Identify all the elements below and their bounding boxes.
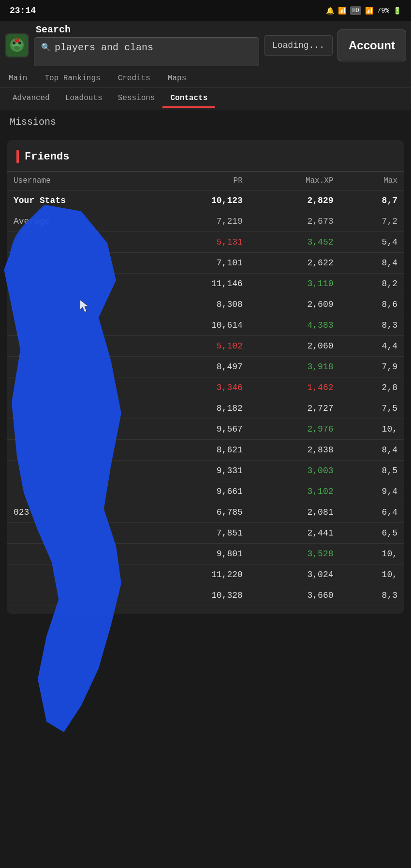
cell-maxXP: 3,110: [250, 274, 340, 294]
cell-maxOther: 2,8: [340, 377, 404, 398]
status-time: 23:14: [10, 6, 36, 15]
loading-indicator: Loading...: [264, 35, 333, 56]
col-pr: PR: [151, 172, 250, 190]
friends-bar-accent: [16, 150, 19, 163]
cell-pr: 5,131: [151, 232, 250, 253]
cell-maxXP: 3,918: [250, 357, 340, 377]
search-bar[interactable]: 🔍 players and clans: [34, 37, 259, 66]
cell-pr: 10,614: [151, 315, 250, 336]
wifi-icon: 📶: [338, 7, 346, 15]
col-maxOther: Max: [340, 172, 404, 190]
tab-sessions[interactable]: Sessions: [110, 90, 163, 108]
cell-maxOther: 10,: [340, 544, 404, 564]
tab-credits[interactable]: Credits: [109, 69, 159, 87]
cell-pr: 3,346: [151, 377, 250, 398]
cell-maxXP: 3,660: [250, 585, 340, 606]
cell-pr: 8,182: [151, 398, 250, 419]
status-bar: 23:14 🔔 📶 HD 📶 79% 🔋: [0, 0, 411, 21]
cell-maxXP: 3,528: [250, 544, 340, 564]
tab-top-rankings[interactable]: Top Rankings: [36, 69, 109, 87]
svg-point-5: [14, 46, 20, 50]
cell-maxXP: 4,383: [250, 315, 340, 336]
cell-pr: 8,621: [151, 440, 250, 461]
table-header-row: Username PR Max.XP Max: [7, 172, 404, 190]
tab-advanced[interactable]: Advanced: [5, 90, 58, 108]
cell-maxXP: 3,102: [250, 481, 340, 502]
cell-maxXP: 1,462: [250, 377, 340, 398]
tab-loadouts[interactable]: Loadouts: [58, 90, 110, 108]
col-username: Username: [7, 172, 151, 190]
cell-maxOther: 5,4: [340, 232, 404, 253]
cell-maxOther: 9,4: [340, 481, 404, 502]
cell-pr: 10,123: [151, 190, 250, 211]
cell-maxOther: 8,4: [340, 253, 404, 274]
nav-row2: Advanced Loadouts Sessions Contacts: [0, 88, 411, 110]
cell-maxOther: 8,3: [340, 315, 404, 336]
cell-maxXP: 2,673: [250, 211, 340, 232]
cell-maxOther: 8,2: [340, 274, 404, 294]
cell-maxOther: 7,9: [340, 357, 404, 377]
search-label: Search: [34, 24, 259, 35]
cell-pr: 5,102: [151, 336, 250, 357]
cell-maxOther: 8,6: [340, 294, 404, 315]
cell-maxXP: 2,441: [250, 523, 340, 544]
search-input-text: players and clans: [55, 42, 153, 54]
cell-pr: 11,220: [151, 564, 250, 585]
cell-maxOther: 6,4: [340, 502, 404, 523]
cell-maxXP: 3,024: [250, 564, 340, 585]
hd-badge: HD: [350, 6, 361, 15]
cell-maxXP: 2,976: [250, 419, 340, 440]
battery-text: 79%: [377, 7, 389, 14]
cell-pr: 7,851: [151, 523, 250, 544]
cell-maxXP: 2,727: [250, 398, 340, 419]
cell-maxOther: 10,: [340, 564, 404, 585]
cell-pr: 7,219: [151, 211, 250, 232]
col-maxXP: Max.XP: [250, 172, 340, 190]
friends-heading: Friends: [25, 151, 69, 163]
cell-maxXP: 2,060: [250, 336, 340, 357]
cell-maxOther: 6,5: [340, 523, 404, 544]
status-icons: 🔔 📶 HD 📶 79% 🔋: [326, 6, 401, 15]
cursor: [80, 300, 91, 317]
cell-pr: 9,567: [151, 419, 250, 440]
cell-maxXP: 3,452: [250, 232, 340, 253]
cell-pr: 9,661: [151, 481, 250, 502]
cell-pr: 8,308: [151, 294, 250, 315]
nav-top: Search 🔍 players and clans Loading... Ac…: [0, 21, 411, 69]
cell-maxOther: 8,3: [340, 585, 404, 606]
cell-maxOther: 8,4: [340, 440, 404, 461]
cell-maxXP: 2,829: [250, 190, 340, 211]
search-icon: 🔍: [41, 43, 51, 52]
cell-pr: 11,146: [151, 274, 250, 294]
svg-marker-8: [80, 300, 88, 312]
missions-label: Missions: [0, 110, 411, 130]
alarm-icon: 🔔: [326, 7, 334, 15]
cell-pr: 8,497: [151, 357, 250, 377]
svg-point-3: [13, 42, 15, 44]
friends-title: Friends: [7, 148, 404, 171]
cell-pr: 9,331: [151, 461, 250, 481]
signal-icon: 📶: [365, 7, 373, 15]
table-row[interactable]: Your Stats 10,123 2,829 8,7: [7, 190, 404, 211]
cell-pr: 9,801: [151, 544, 250, 564]
svg-point-4: [18, 42, 21, 44]
cell-maxOther: 7,2: [340, 211, 404, 232]
cell-maxXP: 2,609: [250, 294, 340, 315]
cell-pr: 6,785: [151, 502, 250, 523]
cell-pr: 7,101: [151, 253, 250, 274]
nav-bar: Search 🔍 players and clans Loading... Ac…: [0, 21, 411, 110]
cell-pr: 10,328: [151, 585, 250, 606]
cell-maxXP: 2,081: [250, 502, 340, 523]
account-button[interactable]: Account: [338, 29, 406, 61]
tab-maps[interactable]: Maps: [159, 69, 195, 87]
nav-tabs-row: Main Top Rankings Credits Maps: [0, 69, 411, 88]
cell-maxOther: 4,4: [340, 336, 404, 357]
app-logo[interactable]: [5, 33, 29, 58]
tab-main[interactable]: Main: [0, 69, 36, 87]
cell-maxXP: 2,622: [250, 253, 340, 274]
battery-icon: 🔋: [393, 7, 401, 15]
cell-maxOther: 8,7: [340, 190, 404, 211]
cell-maxOther: 8,5: [340, 461, 404, 481]
cell-maxOther: 7,5: [340, 398, 404, 419]
tab-contacts[interactable]: Contacts: [162, 90, 215, 108]
